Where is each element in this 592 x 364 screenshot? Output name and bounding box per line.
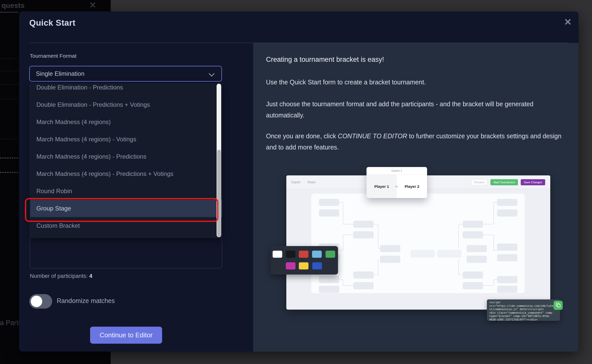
share-link: Share (307, 180, 316, 184)
background-title-underline (0, 12, 18, 12)
add-participant-dashed-button[interactable]: a Parti (0, 158, 20, 173)
bracket-final-slot (437, 250, 461, 257)
bracket-slot (319, 286, 339, 293)
toggle-knob (31, 296, 42, 307)
bracket-connector (343, 202, 343, 224)
bracket-connector (458, 275, 463, 275)
bracket-connector (483, 285, 494, 286)
tournament-format-select[interactable]: Single Elimination (29, 66, 222, 82)
bracket-slot (353, 221, 374, 228)
game-preview-card: Game 1 Player 1 Player 2 vs. (367, 167, 427, 198)
game-title: Game 1 (367, 167, 427, 175)
embed-code-text: <script src="https://cdn.commoninja.com/… (487, 299, 560, 323)
bracket-connector (378, 259, 378, 275)
bracket-connector (343, 235, 343, 251)
bracket-slot (467, 245, 487, 252)
bracket-slot (463, 221, 483, 228)
bracket-connector (458, 259, 459, 275)
bracket-slot (463, 282, 483, 289)
bracket-connector (494, 235, 494, 251)
option-double-elimination-predictions-votings[interactable]: Double Elimination - Predictions + Votin… (30, 96, 222, 113)
background-close-icon[interactable]: ✕ (89, 0, 96, 10)
bracket-slot (497, 244, 517, 251)
bracket-connector (343, 285, 353, 286)
bracket-connector (339, 250, 343, 251)
bracket-connector (339, 202, 343, 203)
bracket-connector (494, 280, 494, 286)
background-dialog-title-fragment: quests (2, 2, 24, 10)
bracket-connector (494, 279, 497, 280)
color-swatch-white[interactable] (273, 251, 282, 258)
bracket-connector (483, 235, 494, 235)
color-swatch-red[interactable] (299, 251, 308, 258)
bracket-slot (380, 256, 400, 263)
color-swatch-magenta[interactable] (286, 262, 295, 269)
option-round-robin[interactable]: Round Robin (30, 183, 222, 200)
bracket-slot (463, 231, 483, 238)
randomize-matches-label: Randomize matches (57, 297, 115, 305)
color-palette (271, 246, 338, 275)
group-stage-highlight-ring (25, 198, 218, 222)
option-march-madness-predictions-votings[interactable]: March Madness (4 regions) - Predictions … (30, 165, 222, 183)
tournament-format-label: Tournament Format (30, 53, 76, 59)
bracket-slot (497, 276, 517, 283)
background-row-divider (0, 139, 19, 139)
modal-close-icon[interactable]: ✕ (561, 15, 575, 29)
background-row-divider (0, 71, 19, 71)
color-swatch-skyblue[interactable] (312, 251, 322, 258)
bracket-connector (458, 224, 463, 224)
info-paragraph-3: Once you are done, click CONTINUE TO EDI… (266, 130, 569, 153)
option-march-madness[interactable]: March Madness (4 regions) (30, 113, 222, 131)
info-paragraph-2: Just choose the tournament format and ad… (266, 98, 569, 121)
copy-icon (557, 304, 560, 307)
bracket-slot (319, 199, 339, 206)
info-paragraph-1: Use the Quick Start form to create a bra… (266, 77, 569, 88)
participants-count-text: Number of participants: 4 (30, 273, 92, 279)
bracket-slot (497, 286, 517, 293)
chevron-down-icon (208, 70, 215, 77)
player2-label: Player 2 (397, 175, 427, 198)
dropdown-scrollbar-thumb[interactable] (217, 150, 221, 237)
bracket-slot (319, 209, 339, 217)
color-swatch-yellow[interactable] (299, 262, 308, 269)
modal-title: Quick Start (29, 18, 76, 28)
info-p3-prefix: Once you are done, click (266, 132, 338, 140)
bracket-slot (319, 276, 339, 283)
background-row-divider (0, 84, 19, 85)
option-double-elimination-predictions[interactable]: Double Elimination - Predictions (30, 83, 222, 96)
bracket-connector (494, 202, 497, 203)
color-swatch-blue[interactable] (312, 262, 322, 269)
bracket-slot (380, 245, 400, 252)
player1-label: Player 1 (367, 175, 397, 198)
bracket-final-slot (411, 250, 435, 257)
bracket-connector (494, 202, 494, 224)
randomize-matches-toggle[interactable] (29, 294, 52, 309)
bracket-slot (497, 254, 517, 261)
bracket-canvas (311, 193, 525, 293)
bracket-connector (374, 275, 378, 275)
vs-label: vs. (395, 185, 399, 188)
save-changes-button: Save Changes (521, 179, 545, 185)
bracket-slot (353, 282, 374, 289)
continue-to-editor-button[interactable]: Continue to Editor (90, 327, 162, 344)
color-swatch-black[interactable] (286, 251, 295, 258)
bracket-slot (463, 271, 483, 279)
tournament-format-value: Single Elimination (36, 70, 84, 77)
info-p3-emphasis: CONTINUE TO EDITOR (338, 132, 407, 140)
bracket-connector (378, 224, 378, 249)
copy-code-icon[interactable] (554, 301, 563, 310)
info-heading: Creating a tournament bracket is easy! (266, 56, 384, 64)
bracket-connector (494, 250, 497, 251)
color-swatch-green[interactable] (326, 251, 335, 258)
option-march-madness-predictions[interactable]: March Madness (4 regions) - Predictions (30, 148, 222, 165)
export-link: Export (291, 180, 300, 184)
start-tournament-button: Start Tournament (490, 179, 518, 185)
bracket-connector (339, 279, 343, 280)
bracket-slot (497, 199, 517, 206)
option-march-madness-votings[interactable]: March Madness (4 regions) - Votings (30, 131, 222, 148)
preview-button: Preview (471, 179, 488, 186)
bracket-connector (483, 224, 494, 224)
bracket-slot (497, 209, 517, 217)
embed-code-snippet: <script src="https://cdn.commoninja.com/… (487, 299, 560, 321)
participants-count-value: 4 (89, 273, 92, 279)
